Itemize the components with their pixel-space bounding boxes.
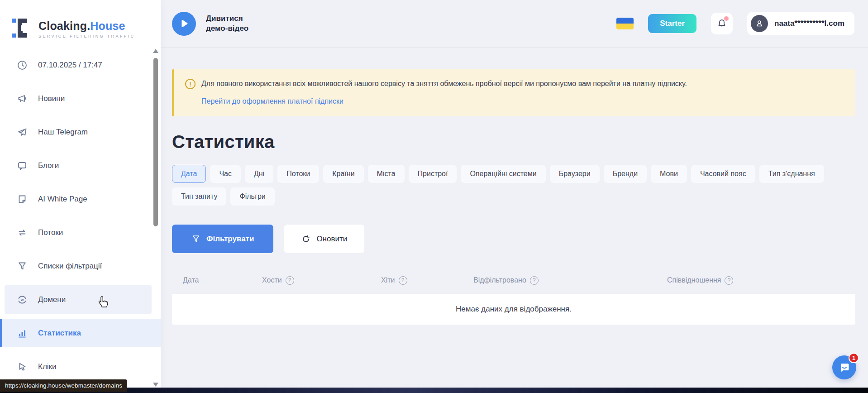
plan-starter-button[interactable]: Starter — [648, 14, 696, 33]
column-label: Хіти — [381, 276, 395, 284]
page-icon — [17, 194, 27, 204]
scroll-up-arrow-icon[interactable] — [153, 49, 158, 53]
sidebar-item-datetime: 07.10.2025 / 17:47 — [0, 51, 161, 79]
tab-countries[interactable]: Країни — [323, 165, 363, 183]
sidebar-nav: 07.10.2025 / 17:47 Новини Наш Telegram Б… — [0, 51, 161, 381]
avatar — [751, 15, 768, 32]
column-header-date: Дата — [183, 276, 262, 284]
sidebar-item-domains[interactable]: w Домени — [5, 285, 152, 314]
sidebar-item-streams[interactable]: Потоки — [0, 218, 161, 247]
sidebar-item-ai-white-page[interactable]: AI White Page — [0, 185, 161, 213]
top-header: Дивитися демо-відео Starter naata*******… — [161, 0, 868, 48]
tab-timezone[interactable]: Часовий пояс — [691, 165, 755, 183]
column-label: Відфільтровано — [473, 276, 526, 284]
sidebar-item-label: Блоги — [38, 161, 59, 170]
filter-button-label: Фільтрувати — [206, 235, 254, 244]
notifications-button[interactable] — [711, 13, 733, 34]
chat-widget-button[interactable]: 1 — [832, 355, 856, 379]
help-icon[interactable]: ? — [725, 276, 733, 285]
column-header-hosts: Хости ? — [262, 276, 381, 285]
help-icon[interactable]: ? — [530, 276, 539, 285]
header-controls: Starter naata**********l.com — [616, 12, 854, 35]
content: ! Для повного використання всіх можливос… — [161, 69, 868, 325]
refresh-icon — [301, 235, 310, 244]
person-icon — [755, 19, 764, 28]
language-flag-ukraine[interactable] — [616, 18, 634, 29]
tab-date[interactable]: Дата — [172, 165, 206, 183]
flag-blue-stripe — [616, 18, 634, 24]
scrollbar-thumb[interactable] — [153, 58, 158, 226]
tab-operating-systems[interactable]: Операційні системи — [461, 165, 545, 183]
flag-yellow-stripe — [616, 24, 634, 29]
brand-logo[interactable]: Cloaking.House SERVICE FILTERING TRAFFIC — [0, 0, 161, 45]
sidebar-item-label: AI White Page — [38, 195, 87, 204]
sidebar-item-label: Новини — [38, 94, 65, 103]
tab-request-type[interactable]: Тип запиту — [172, 187, 226, 206]
brand-name: Cloaking. — [38, 19, 90, 32]
column-header-ratio: Співвідношення ? — [667, 276, 733, 285]
clock-icon — [17, 60, 27, 70]
chat-unread-badge: 1 — [849, 353, 859, 363]
telegram-icon — [17, 127, 27, 137]
demo-video-label[interactable]: Дивитися демо-відео — [206, 14, 262, 34]
sidebar-item-label: Домени — [38, 295, 66, 304]
filter-button[interactable]: Фільтрувати — [172, 225, 273, 253]
funnel-icon — [191, 235, 200, 244]
funnel-icon — [17, 261, 27, 271]
sidebar-item-statistics[interactable]: Статистика — [0, 319, 161, 347]
help-icon[interactable]: ? — [399, 276, 407, 285]
window-bottom-edge — [0, 388, 868, 393]
tab-streams[interactable]: Потоки — [277, 165, 319, 183]
refresh-button[interactable]: Оновити — [284, 225, 364, 253]
cursor-icon — [17, 362, 27, 372]
sidebar-item-blogs[interactable]: Блоги — [0, 151, 161, 180]
chat-bubble-icon — [17, 161, 27, 171]
sidebar-item-label: 07.10.2025 / 17:47 — [38, 61, 102, 70]
page-title: Статистика — [172, 132, 855, 152]
tab-connection-type[interactable]: Тип з'єднання — [759, 165, 824, 183]
bar-chart-icon — [17, 328, 27, 338]
brand-name-accent: House — [90, 19, 125, 32]
help-icon[interactable]: ? — [286, 276, 294, 285]
warning-icon: ! — [185, 79, 196, 89]
brand-logo-text: Cloaking.House SERVICE FILTERING TRAFFIC — [38, 19, 135, 38]
banner-text: Для повного використання всіх можливосте… — [201, 78, 687, 89]
tab-filters[interactable]: Фільтри — [230, 187, 274, 206]
subscription-link[interactable]: Перейти до оформлення платної підписки — [201, 97, 343, 105]
column-label: Дата — [183, 276, 199, 284]
chat-smile-icon — [838, 361, 851, 374]
tab-brands[interactable]: Бренди — [604, 165, 647, 183]
stats-filter-tabs: Дата Час Дні Потоки Країни Міста Пристро… — [172, 165, 842, 206]
sidebar-item-news[interactable]: Новини — [0, 84, 161, 113]
user-account-button[interactable]: naata**********l.com — [747, 12, 854, 35]
mouse-cursor-hand — [97, 295, 110, 310]
webmaster-icon: w — [17, 295, 27, 305]
notification-dot — [724, 16, 729, 21]
scroll-down-arrow-icon[interactable] — [153, 383, 158, 387]
demo-video-play-button[interactable] — [172, 12, 196, 36]
trial-warning-banner: ! Для повного використання всіх можливос… — [172, 69, 855, 116]
table-empty-state: Немає даних для відображення. — [172, 294, 855, 325]
sidebar-scrollbar[interactable] — [152, 49, 159, 388]
sidebar-item-label: Потоки — [38, 228, 63, 237]
megaphone-icon — [17, 94, 27, 104]
column-header-hits: Хіти ? — [381, 276, 473, 285]
column-label: Співвідношення — [667, 276, 721, 284]
tab-cities[interactable]: Міста — [368, 165, 405, 183]
sidebar-item-telegram[interactable]: Наш Telegram — [0, 118, 161, 146]
tab-languages[interactable]: Мови — [651, 165, 687, 183]
tab-days[interactable]: Дні — [245, 165, 273, 183]
sidebar-item-clicks[interactable]: Кліки — [0, 352, 161, 381]
sidebar-item-label: Кліки — [38, 362, 57, 371]
column-label: Хости — [262, 276, 282, 284]
svg-text:w: w — [20, 297, 24, 302]
sidebar-item-label: Статистика — [38, 329, 81, 338]
user-email: naata**********l.com — [774, 19, 844, 28]
tab-browsers[interactable]: Браузери — [550, 165, 600, 183]
action-buttons: Фільтрувати Оновити — [172, 225, 855, 253]
tab-devices[interactable]: Пристрої — [409, 165, 457, 183]
sidebar-item-label: Списки фільтрації — [38, 262, 102, 271]
tab-time[interactable]: Час — [210, 165, 241, 183]
sidebar-item-filter-lists[interactable]: Списки фільтрації — [0, 252, 161, 280]
brand-logo-icon — [11, 18, 32, 40]
